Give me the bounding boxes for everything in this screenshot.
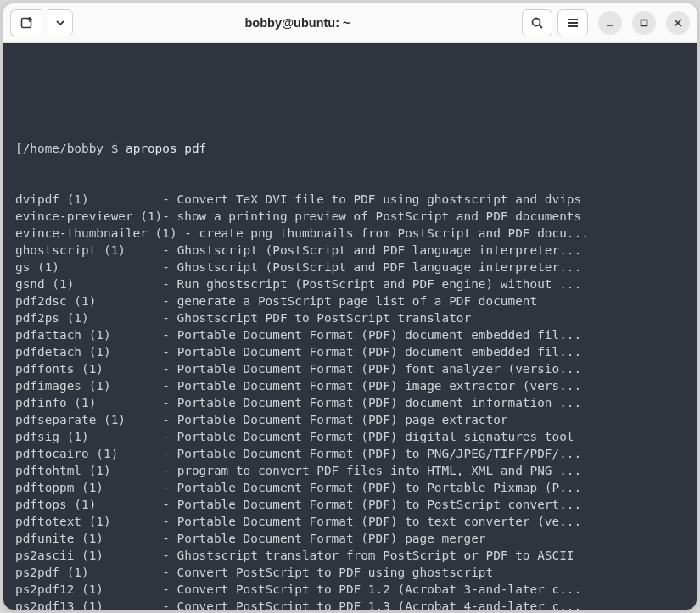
man-name: evince-previewer (1) xyxy=(15,209,162,223)
man-desc: Portable Document Format (PDF) document … xyxy=(177,396,582,410)
man-name: ps2ascii (1) xyxy=(15,549,104,562)
man-name: gs (1) xyxy=(15,260,59,274)
man-desc: Convert PostScript to PDF 1.3 (Acrobat 4… xyxy=(177,599,582,610)
separator: - xyxy=(162,396,176,410)
output-line: ghostscript (1) - Ghostscript (PostScrip… xyxy=(15,242,685,259)
man-name: pdffonts (1) xyxy=(15,362,104,376)
minimize-button[interactable] xyxy=(598,11,622,35)
separator: - xyxy=(162,532,176,545)
close-button[interactable] xyxy=(666,11,690,35)
output-line: gs (1) - Ghostscript (PostScript and PDF… xyxy=(15,259,685,276)
man-name: pdftotext (1) xyxy=(15,515,111,528)
separator: - xyxy=(162,481,176,494)
output-line: evince-thumbnailer (1) - create png thum… xyxy=(15,225,685,242)
man-desc: show a printing preview of PostScript an… xyxy=(177,209,582,223)
svg-rect-9 xyxy=(641,20,647,26)
output-line: pdfdetach (1) - Portable Document Format… xyxy=(15,343,685,360)
separator: - xyxy=(162,430,176,443)
separator: - xyxy=(162,243,176,257)
man-name: pdftocairo (1) xyxy=(15,447,118,460)
separator: - xyxy=(162,294,176,308)
chevron-down-icon xyxy=(55,18,65,28)
man-desc: Ghostscript PDF to PostScript translator xyxy=(177,311,472,325)
svg-point-3 xyxy=(533,19,540,26)
menu-button[interactable] xyxy=(557,9,588,36)
maximize-icon xyxy=(639,18,649,28)
output-line: ps2pdf12 (1) - Convert PostScript to PDF… xyxy=(15,581,685,598)
output-line: pdfseparate (1) - Portable Document Form… xyxy=(15,411,685,428)
man-name: pdfdetach (1) xyxy=(15,345,111,359)
man-desc: generate a PostScript page list of a PDF… xyxy=(177,294,538,308)
separator: - xyxy=(162,515,176,528)
man-name: pdfseparate (1) xyxy=(15,413,126,426)
output-line: ps2pdf (1) - Convert PostScript to PDF u… xyxy=(15,564,685,581)
prompt-line: [/home/bobby $ apropos pdf xyxy=(15,140,685,157)
terminal-window: bobby@ubuntu: ~ xyxy=(3,3,697,610)
window-title: bobby@ubuntu: ~ xyxy=(244,16,350,30)
man-desc: Portable Document Format (PDF) to Portab… xyxy=(177,481,582,494)
man-name: ps2pdf13 (1) xyxy=(15,599,104,610)
man-name: evince-thumbnailer (1) xyxy=(15,226,177,240)
man-name: pdfsig (1) xyxy=(15,430,89,443)
new-tab-icon xyxy=(20,15,35,31)
separator: - xyxy=(162,582,176,596)
search-button[interactable] xyxy=(522,9,552,36)
man-desc: Run ghostscript (PostScript and PDF engi… xyxy=(177,277,582,291)
man-name: pdf2dsc (1) xyxy=(15,294,96,308)
output-lines: dvipdf (1) - Convert TeX DVI file to PDF… xyxy=(15,191,685,610)
close-icon xyxy=(673,18,683,28)
separator: - xyxy=(162,379,176,393)
man-name: dvipdf (1) xyxy=(15,192,89,206)
man-name: pdfimages (1) xyxy=(15,379,111,393)
output-line: pdftotext (1) - Portable Document Format… xyxy=(15,513,685,530)
man-desc: create png thumbnails from PostScript an… xyxy=(199,226,589,240)
man-name: gsnd (1) xyxy=(15,277,74,291)
man-desc: Ghostscript (PostScript and PDF language… xyxy=(177,243,582,257)
man-name: pdftohtml (1) xyxy=(15,464,111,477)
separator: - xyxy=(162,328,176,342)
man-desc: Ghostscript (PostScript and PDF language… xyxy=(177,260,582,274)
output-line: pdftohtml (1) - program to convert PDF f… xyxy=(15,462,685,479)
maximize-button[interactable] xyxy=(632,11,656,35)
man-name: ps2pdf (1) xyxy=(15,566,89,579)
separator: - xyxy=(162,260,176,274)
terminal-viewport[interactable]: [/home/bobby $ apropos pdf dvipdf (1) - … xyxy=(3,43,697,610)
output-line: pdfattach (1) - Portable Document Format… xyxy=(15,326,685,343)
prompt-command: apropos pdf xyxy=(126,142,206,155)
man-desc: Ghostscript translator from PostScript o… xyxy=(177,549,574,562)
man-name: pdfattach (1) xyxy=(15,328,111,342)
man-desc: Convert PostScript to PDF using ghostscr… xyxy=(177,566,494,579)
man-desc: Portable Document Format (PDF) page extr… xyxy=(177,413,508,426)
output-line: dvipdf (1) - Convert TeX DVI file to PDF… xyxy=(15,191,685,208)
new-tab-menu-button[interactable] xyxy=(48,9,73,36)
man-desc: program to convert PDF files into HTML, … xyxy=(177,464,582,477)
output-line: pdfunite (1) - Portable Document Format … xyxy=(15,530,685,547)
separator: - xyxy=(162,498,176,511)
output-line: pdftocairo (1) - Portable Document Forma… xyxy=(15,445,685,462)
man-name: ghostscript (1) xyxy=(15,243,126,257)
output-line: pdfinfo (1) - Portable Document Format (… xyxy=(15,394,685,411)
man-desc: Portable Document Format (PDF) page merg… xyxy=(177,532,486,545)
output-line: pdf2dsc (1) - generate a PostScript page… xyxy=(15,293,685,309)
man-desc: Convert TeX DVI file to PDF using ghosts… xyxy=(177,192,582,206)
separator: - xyxy=(162,549,176,562)
man-desc: Portable Document Format (PDF) document … xyxy=(177,345,582,359)
output-line: ps2ascii (1) - Ghostscript translator fr… xyxy=(15,547,685,564)
man-name: pdf2ps (1) xyxy=(15,311,89,325)
prompt-cwd: [/home/bobby $ xyxy=(15,142,118,155)
man-desc: Portable Document Format (PDF) to PNG/JP… xyxy=(177,447,582,460)
man-name: ps2pdf12 (1) xyxy=(15,582,104,596)
minimize-icon xyxy=(605,18,615,28)
man-desc: Portable Document Format (PDF) to text c… xyxy=(177,515,582,528)
blank-line xyxy=(15,89,685,106)
man-desc: Portable Document Format (PDF) to PostSc… xyxy=(177,498,582,511)
man-name: pdftoppm (1) xyxy=(15,481,104,494)
man-desc: Portable Document Format (PDF) font anal… xyxy=(177,362,582,376)
titlebar: bobby@ubuntu: ~ xyxy=(3,3,697,43)
man-name: pdfinfo (1) xyxy=(15,396,96,410)
output-line: gsnd (1) - Run ghostscript (PostScript a… xyxy=(15,276,685,293)
man-desc: Portable Document Format (PDF) image ext… xyxy=(177,379,582,393)
separator: - xyxy=(177,226,199,240)
separator: - xyxy=(162,464,176,477)
new-tab-button[interactable] xyxy=(10,9,42,36)
